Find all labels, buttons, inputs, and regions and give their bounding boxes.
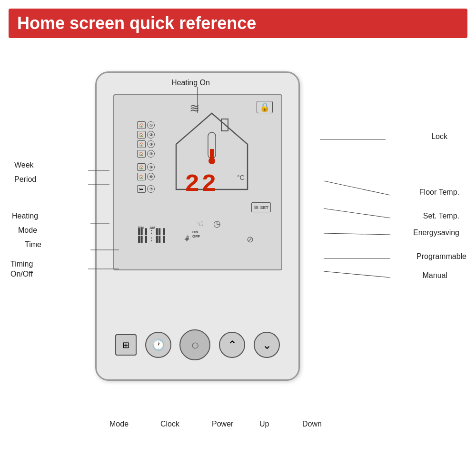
- week-period-icons: 🏠 ① 🏠 ② 🏠 ③ 🏠 ④: [137, 121, 173, 195]
- up-button-icon: ⌃: [228, 338, 237, 352]
- up-button[interactable]: ⌃: [219, 332, 245, 358]
- week-icon-5: 🏠: [137, 163, 146, 171]
- temperature-display: 22: [185, 170, 218, 198]
- btn-up-label: Up: [259, 420, 269, 428]
- week-icon-6: 🏠: [137, 173, 146, 180]
- week-label: Week: [14, 161, 34, 169]
- svg-line-16: [324, 271, 390, 278]
- svg-line-14: [324, 233, 390, 235]
- thermostat-device: ≋ 🔒 🏠 ① 🏠 ② 🏠 ③: [95, 71, 300, 381]
- off-label: OFF: [192, 234, 200, 238]
- btn-down-label: Down: [302, 420, 322, 428]
- degree-unit: °C: [237, 174, 245, 181]
- time-digits: ▐▌▌:▐▌▌ ▐▌▌:▐▌▌: [136, 228, 168, 243]
- svg-point-4: [208, 158, 215, 164]
- btn-power-label: Power: [212, 420, 233, 428]
- down-button[interactable]: ⌄: [254, 332, 280, 358]
- main-diagram: ≋ 🔒 🏠 ① 🏠 ② 🏠 ③: [0, 43, 476, 457]
- period-num-7: ⑦: [147, 185, 155, 193]
- btn-clock-label: Clock: [160, 420, 179, 428]
- energysaving-label: Energysaving: [413, 228, 459, 237]
- energy-saving-icon: ⊘: [247, 234, 254, 245]
- power-button-icon: ○: [191, 337, 199, 353]
- timing-label: Timing On/Off: [10, 259, 33, 279]
- down-button-icon: ⌄: [262, 338, 272, 352]
- mode-label: Mode: [18, 226, 37, 235]
- clock-small-icon: ◷: [213, 218, 221, 229]
- on-label: ON: [192, 230, 200, 234]
- clock-button[interactable]: 🕐: [145, 332, 171, 358]
- period-num-2: ②: [147, 131, 155, 139]
- time-label: Time: [25, 240, 41, 249]
- mode-icons-row: ☜ ◷: [196, 218, 221, 229]
- period-num-6: ⑥: [147, 173, 155, 180]
- time-row1: ▐▌▌:▐▌▌: [136, 228, 168, 236]
- on-off-label: ON OFF: [192, 230, 200, 238]
- week-icon-1: 🏠: [137, 121, 146, 129]
- set-temp-label: Set. Temp.: [423, 212, 459, 220]
- heating-label: Heating: [12, 212, 38, 220]
- floor-temp-icon: ≋SET: [251, 202, 271, 212]
- power-button[interactable]: ○: [179, 329, 210, 360]
- heating-mode-icon: 🛏: [137, 185, 146, 193]
- period-label: Period: [14, 175, 36, 184]
- programmable-label: Programmable: [416, 252, 466, 261]
- svg-line-13: [324, 208, 390, 218]
- manual-label: Manual: [423, 271, 447, 280]
- page-title: Home screen quick reference: [17, 13, 459, 33]
- week-icon-4: 🏠: [137, 150, 146, 158]
- h-unit-label: h: [187, 235, 189, 240]
- week-icon-2: 🏠: [137, 131, 146, 139]
- bottom-buttons-row: ⊞ 🕐 ○ ⌃ ⌄: [111, 329, 284, 360]
- time-row2: ▐▌▌:▐▌▌: [136, 236, 168, 243]
- lock-icon: 🔒: [257, 101, 273, 113]
- btn-mode-label: Mode: [109, 420, 129, 428]
- period-num-3: ③: [147, 140, 155, 148]
- mode-button[interactable]: ⊞: [115, 334, 137, 356]
- period-num-4: ④: [147, 150, 155, 158]
- period-num-5: ⑤: [147, 163, 155, 171]
- svg-line-12: [324, 181, 390, 195]
- header-bar: Home screen quick reference: [9, 9, 467, 38]
- lock-label: Lock: [431, 132, 447, 141]
- mode-button-icon: ⊞: [122, 340, 129, 350]
- hand-icon: ☜: [196, 218, 204, 229]
- thermostat-screen: ≋ 🔒 🏠 ① 🏠 ② 🏠 ③: [113, 94, 282, 270]
- week-icon-3: 🏠: [137, 140, 146, 148]
- period-num-1: ①: [147, 121, 155, 129]
- floor-temp-label: Floor Temp.: [419, 188, 459, 197]
- clock-button-icon: 🕐: [152, 339, 165, 351]
- heating-on-label: Heating On: [171, 79, 210, 87]
